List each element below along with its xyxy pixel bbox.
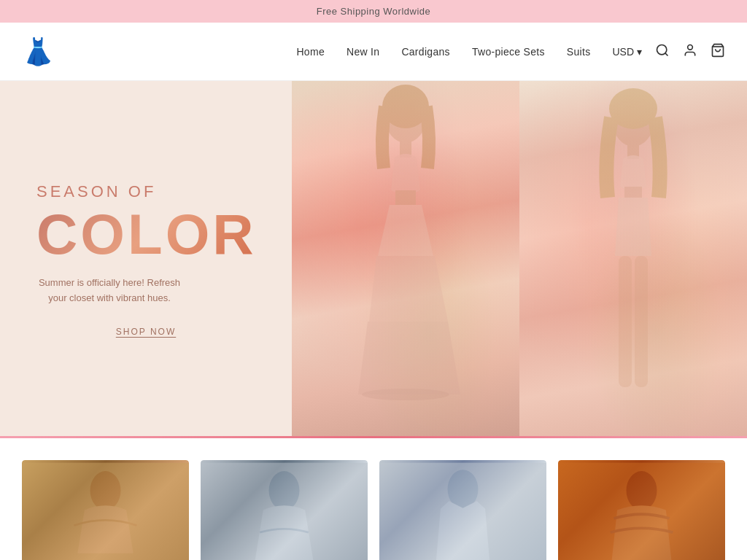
svg-point-18 [269, 471, 300, 510]
product-image-1 [22, 460, 189, 560]
announcement-text: Free Shipping Worldwide [317, 6, 431, 17]
main-nav: Home New In Cardigans Two-piece Sets Sui… [296, 46, 590, 58]
product-thumb-2 [201, 460, 368, 560]
svg-point-0 [657, 45, 667, 55]
hero-subtitle: Summer is officially here! Refresh your … [36, 276, 182, 306]
hero-color-label: COLOR [36, 206, 255, 262]
product-card-2[interactable] [201, 460, 368, 560]
svg-rect-14 [635, 256, 648, 387]
nav-two-piece-sets[interactable]: Two-piece Sets [472, 46, 545, 58]
svg-rect-7 [395, 190, 416, 205]
nav-suits[interactable]: Suits [567, 46, 591, 58]
hero-images [292, 81, 747, 438]
svg-point-16 [90, 471, 121, 510]
cart-icon [711, 43, 725, 60]
svg-line-1 [665, 53, 668, 56]
hero-image-panel-1 [292, 81, 519, 438]
cart-button[interactable] [711, 43, 725, 60]
account-button[interactable] [683, 43, 697, 60]
currency-selector[interactable]: USD ▾ [612, 46, 642, 58]
search-button[interactable] [655, 43, 670, 60]
logo-icon: 👗 [22, 39, 55, 65]
account-icon [683, 43, 697, 60]
announcement-banner: Free Shipping Worldwide [0, 0, 747, 23]
svg-point-8 [362, 389, 449, 400]
product-card-3[interactable] [379, 460, 546, 560]
logo[interactable]: 👗 [22, 39, 55, 65]
search-icon [655, 43, 670, 60]
hero-shop-now-button[interactable]: SHOP NOW [36, 327, 255, 337]
nav-new-in[interactable]: New In [347, 46, 379, 58]
product-card-1[interactable] [22, 460, 189, 560]
currency-chevron: ▾ [637, 46, 642, 58]
product-thumb-1 [22, 460, 189, 560]
svg-point-2 [688, 45, 693, 50]
product-section [0, 438, 747, 560]
hero-banner: SEASON OF COLOR Summer is officially her… [0, 81, 747, 438]
nav-home[interactable]: Home [296, 46, 325, 58]
hero-season-label: SEASON OF [36, 182, 255, 201]
svg-rect-12 [624, 187, 642, 198]
svg-point-22 [627, 471, 657, 510]
svg-rect-13 [619, 256, 632, 387]
product-image-2 [201, 460, 368, 560]
product-image-4 [558, 460, 725, 560]
hero-text-panel: SEASON OF COLOR Summer is officially her… [0, 81, 292, 438]
header-icons: USD ▾ [612, 43, 725, 60]
model-figure-1 [325, 81, 486, 438]
model-figure-2 [553, 81, 713, 438]
nav-cardigans[interactable]: Cardigans [401, 46, 450, 58]
product-thumb-3 [379, 460, 546, 560]
product-grid [22, 460, 725, 560]
product-image-3 [379, 460, 546, 560]
product-thumb-4 [558, 460, 725, 560]
product-card-4[interactable] [558, 460, 725, 560]
site-header: 👗 Home New In Cardigans Two-piece Sets S… [0, 23, 747, 81]
hero-image-panel-2 [519, 81, 747, 438]
currency-label: USD [612, 46, 634, 58]
